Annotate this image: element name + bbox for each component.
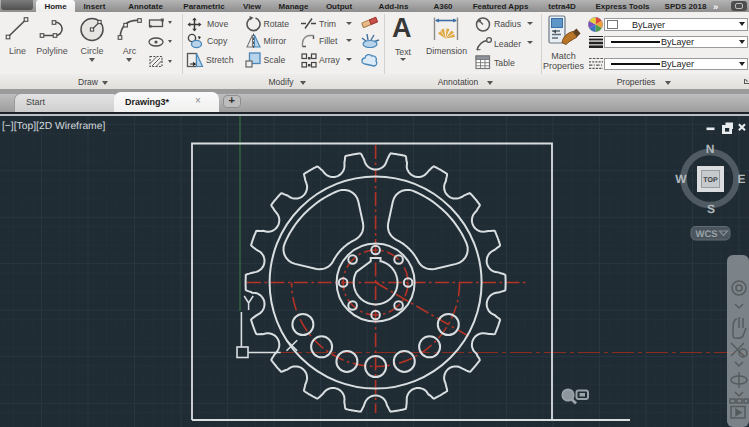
svg-text:S: S	[707, 202, 715, 216]
svg-text:W: W	[675, 172, 687, 186]
svg-text:[−][Top][2D Wireframe]: [−][Top][2D Wireframe]	[2, 121, 105, 132]
svg-text:N: N	[706, 142, 715, 156]
svg-text:E: E	[737, 172, 745, 186]
svg-text:TOP: TOP	[703, 177, 718, 184]
svg-text:WCS: WCS	[696, 229, 718, 240]
